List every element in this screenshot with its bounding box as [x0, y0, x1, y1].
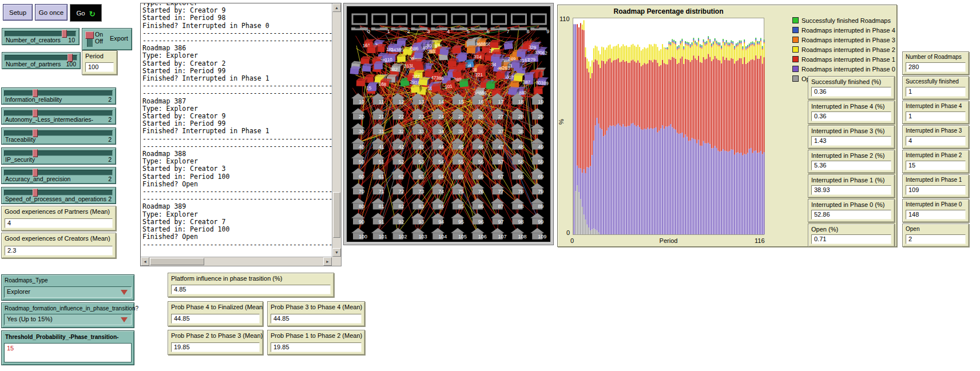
go-forever-button[interactable]: Go ↻ [70, 4, 102, 22]
svg-text:19: 19 [538, 99, 543, 105]
svg-text:96: 96 [478, 219, 484, 225]
percent-monitor-1: Interrupted in Phase 4 (%)0.36 [808, 101, 895, 124]
svg-text:4: 4 [447, 29, 450, 34]
period-value-field[interactable]: 100 [85, 62, 114, 72]
output-area[interactable]: Type: Explorer Started by: Creator 9 Sta… [140, 3, 342, 266]
svg-text:44: 44 [438, 144, 444, 150]
scroll-right-arrow-icon[interactable]: ► [323, 257, 332, 266]
chooser-label: Roadmap_formation_influence_in_phase_tra… [2, 303, 134, 312]
horizontal-scrollbar[interactable]: ◄ ► [141, 257, 332, 266]
slider-label-row: Speed_of_processes_and_operations2 [5, 196, 112, 202]
svg-text:95: 95 [458, 219, 464, 225]
bottom-monitor-2: Prob Phase 3 to Phase 4 (Mean)44.85 [267, 301, 365, 326]
slider-traceability[interactable]: Traceability2 [1, 127, 116, 145]
monitor-label: Interrupted in Phase 1 [903, 175, 969, 183]
threshold-probability-input[interactable]: Threshold_Probability_-Phase_transition-… [1, 330, 134, 365]
slider-ip-security[interactable]: IP_security2 [1, 147, 116, 165]
count-monitor-3: Interrupted in Phase 34 [902, 125, 969, 149]
monitor-value: 52.86 [811, 210, 891, 220]
slider-label-row: Number_of_creators10 [6, 37, 75, 43]
chooser-roadmap-formation-influence[interactable]: Roadmap_formation_influence_in_phase_tra… [1, 302, 134, 328]
monitor-value: 0.36 [811, 87, 891, 97]
svg-text:47386: 47386 [431, 75, 444, 81]
legend-swatch-icon [792, 75, 799, 82]
svg-text:15: 15 [458, 99, 464, 105]
svg-text:26: 26 [478, 114, 484, 119]
chooser-roadmaps-type[interactable]: Roadmaps_Type Explorer [1, 274, 134, 301]
slider-track[interactable] [4, 170, 113, 175]
slider-track[interactable] [4, 190, 113, 196]
svg-text:78: 78 [518, 189, 523, 194]
threshold-value-field[interactable]: 15 [4, 343, 132, 362]
svg-text:49: 49 [538, 144, 543, 150]
svg-text:37: 37 [498, 129, 504, 134]
monitor-label: Interrupted in Phase 0 (%) [808, 200, 894, 208]
switch-track[interactable] [87, 33, 93, 47]
svg-text:70: 70 [359, 189, 364, 194]
vertical-scroll-thumb[interactable] [333, 192, 340, 238]
output-text: Type: Explorer Started by: Creator 9 Sta… [142, 3, 342, 249]
monitor-value: 1 [906, 111, 966, 121]
svg-text:97: 97 [498, 219, 504, 225]
bottom-monitor-3: Prob Phase 2 to Phase 3 (Mean)19.85 [168, 330, 263, 355]
svg-text:93: 93 [418, 219, 424, 225]
svg-text:20: 20 [359, 114, 364, 119]
world-view[interactable]: 3401827383427387378348862435162616129293… [343, 3, 554, 245]
svg-text:43: 43 [418, 144, 424, 150]
vertical-scrollbar[interactable]: ▲ ▼ [332, 3, 341, 257]
scroll-up-arrow-icon[interactable]: ▲ [332, 3, 341, 12]
slider-value: 2 [108, 175, 112, 182]
slider-track[interactable] [4, 110, 113, 116]
monitor-value: 2.3 [5, 246, 113, 256]
svg-text:28: 28 [518, 114, 523, 119]
svg-text:67: 67 [498, 174, 504, 179]
svg-text:108: 108 [518, 234, 526, 240]
monitor-label: Interrupted in Phase 0 [903, 200, 969, 208]
svg-text:87: 87 [498, 204, 504, 209]
horizontal-scroll-thumb[interactable] [150, 258, 204, 265]
slider-track[interactable] [4, 130, 113, 136]
monitor-label: Open (%) [808, 224, 894, 233]
monitor-label: Open [903, 224, 969, 232]
slider-number-of-creators[interactable]: Number_of_creators10 [2, 28, 80, 45]
svg-text:38: 38 [518, 129, 523, 134]
svg-text:48: 48 [518, 144, 523, 150]
slider-track[interactable] [5, 55, 77, 61]
setup-button[interactable]: Setup [3, 4, 33, 21]
svg-text:98: 98 [518, 219, 523, 225]
monitor-value: 1.43 [811, 136, 891, 146]
monitor-label: Good experiences of Creators (Mean) [2, 233, 116, 242]
svg-text:54: 54 [438, 159, 444, 165]
chooser-selected-value[interactable]: Yes (Up to 15%) [4, 314, 132, 325]
slider-track[interactable] [4, 150, 113, 156]
export-switch[interactable]: On Off Export [82, 28, 132, 50]
slider-track[interactable] [4, 90, 113, 96]
svg-text:102: 102 [399, 234, 407, 240]
slider-label: Number_of_partners [6, 61, 61, 67]
svg-text:58: 58 [518, 159, 523, 165]
slider-track[interactable] [5, 31, 76, 37]
y-axis-label: % [558, 119, 565, 125]
slider-accuracy-and-precision[interactable]: Accuracy_and_precision2 [1, 167, 116, 184]
switch-knob[interactable] [85, 31, 94, 39]
monitor-label: Good experiences of Partners (Mean) [2, 206, 116, 215]
slider-label-row: IP_security2 [5, 156, 112, 163]
scroll-down-arrow-icon[interactable]: ▼ [332, 248, 341, 257]
chooser-selected-value[interactable]: Explorer [4, 286, 132, 298]
scroll-left-arrow-icon[interactable]: ◄ [141, 257, 149, 266]
svg-text:84: 84 [438, 204, 444, 209]
monitor-value: 5.36 [811, 161, 891, 170]
bottom-monitor-1: Prob Phase 4 to Finalized (Mean)44.85 [168, 301, 263, 326]
input-label: Threshold_Probability_-Phase_transition- [2, 331, 134, 340]
svg-text:12: 12 [399, 99, 404, 105]
monitor-label: Successfully finished [903, 77, 969, 85]
slider-information-reliability[interactable]: Information_reliability2 [1, 87, 116, 105]
go-once-button[interactable]: Go once [35, 4, 68, 21]
switch-onoff-labels: On Off [95, 31, 103, 45]
slider-label-row: Autonomy_-Less_intermediaries-2 [5, 116, 112, 123]
slider-speed-of-processes-and-operations[interactable]: Speed_of_processes_and_operations2 [1, 187, 116, 204]
slider-number-of-partners[interactable]: Number_of_partners100 [2, 52, 81, 69]
monitor-value: 109 [906, 185, 966, 195]
world-canvas[interactable]: 3401827383427387378348862435162616129293… [347, 6, 550, 242]
slider-autonomy-less-intermediaries-[interactable]: Autonomy_-Less_intermediaries-2 [1, 107, 116, 125]
